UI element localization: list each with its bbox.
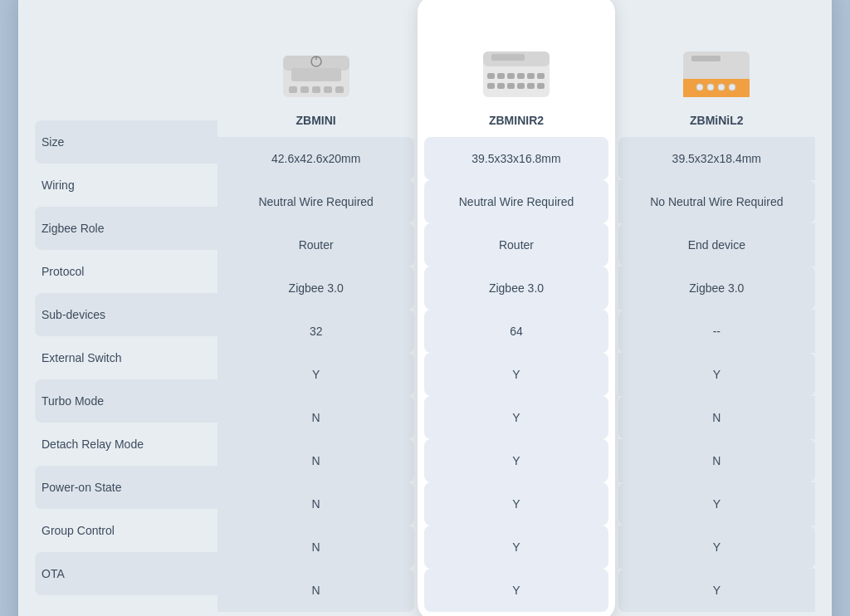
labels-column: SizeWiringZigbee RoleProtocolSub-devices… — [35, 4, 217, 612]
svg-rect-6 — [335, 86, 344, 93]
zbminir2-image — [479, 41, 554, 107]
svg-rect-9 — [291, 68, 341, 81]
svg-rect-2 — [289, 86, 297, 93]
svg-point-38 — [718, 84, 725, 90]
svg-point-36 — [696, 84, 703, 90]
svg-rect-5 — [324, 86, 332, 93]
zbminil2-zigbee_role: End device — [618, 223, 815, 266]
zbmini-ota: N — [217, 569, 414, 612]
zbminil2-wiring: No Neutral Wire Required — [618, 180, 815, 223]
svg-rect-23 — [527, 83, 535, 89]
svg-rect-14 — [497, 73, 505, 79]
zbminil2-size: 39.5x32x18.4mm — [618, 137, 815, 180]
product-header-zbminir2: ZBMINIR2 — [418, 4, 614, 137]
svg-rect-19 — [487, 83, 495, 89]
svg-rect-22 — [517, 83, 525, 89]
svg-rect-4 — [312, 86, 320, 93]
zbmini-name: ZBMINI — [296, 114, 336, 127]
label-external-switch: External Switch — [35, 336, 217, 379]
svg-rect-15 — [507, 73, 515, 79]
zbminir2-protocol: Zigbee 3.0 — [424, 266, 608, 310]
zbminil2-turbo_mode: N — [618, 396, 815, 439]
zbminil2-external_switch: Y — [618, 353, 815, 396]
zbmini-image — [279, 41, 354, 107]
comparison-card: SizeWiringZigbee RoleProtocolSub-devices… — [18, 0, 832, 616]
svg-rect-33 — [683, 89, 750, 97]
svg-rect-18 — [537, 73, 545, 79]
zbminir2-size: 39.5x33x16.8mm — [424, 137, 608, 180]
zbminil2-power_on_state: Y — [618, 482, 815, 526]
svg-rect-21 — [507, 83, 515, 89]
svg-rect-12 — [491, 54, 525, 61]
zbminil2-protocol: Zigbee 3.0 — [618, 266, 815, 310]
label-detach-relay-mode: Detach Relay Mode — [35, 423, 217, 466]
svg-rect-3 — [300, 86, 309, 93]
zbmini-external_switch: Y — [217, 353, 414, 396]
zbminir2-detach_relay: Y — [424, 439, 608, 482]
svg-rect-35 — [691, 56, 721, 61]
product-header-zbmini: ZBMINI — [217, 4, 414, 137]
label-zigbee-role: Zigbee Role — [35, 207, 217, 250]
zbminil2-ota: Y — [618, 569, 815, 612]
svg-rect-24 — [537, 83, 545, 89]
svg-rect-20 — [497, 83, 505, 89]
zbminil2-image — [679, 41, 754, 107]
svg-point-39 — [729, 84, 735, 90]
svg-point-37 — [707, 84, 714, 90]
label-group-control: Group Control — [35, 509, 217, 552]
zbmini-sub_devices: 32 — [217, 310, 414, 353]
label-sub-devices: Sub-devices — [35, 293, 217, 336]
zbminil2-sub_devices: -- — [618, 310, 815, 353]
zbmini-size: 42.6x42.6x20mm — [217, 137, 414, 180]
product-col-zbmini: ZBMINI42.6x42.6x20mmNeutral Wire Require… — [217, 4, 414, 612]
product-col-zbminir2: ZBMINIR239.5x33x16.8mmNeutral Wire Requi… — [418, 0, 614, 616]
zbminir2-zigbee_role: Router — [424, 223, 608, 266]
zbminir2-group_control: Y — [424, 526, 608, 569]
zbmini-protocol: Zigbee 3.0 — [217, 266, 414, 310]
label-protocol: Protocol — [35, 250, 217, 293]
label-size: Size — [35, 120, 217, 164]
svg-rect-34 — [683, 79, 750, 89]
zbminir2-external_switch: Y — [424, 353, 608, 396]
label-wiring: Wiring — [35, 164, 217, 207]
label-turbo-mode: Turbo Mode — [35, 379, 217, 423]
zbmini-zigbee_role: Router — [217, 223, 414, 266]
zbminir2-sub_devices: 64 — [424, 310, 608, 353]
zbmini-group_control: N — [217, 526, 414, 569]
zbminir2-ota: Y — [424, 569, 608, 612]
zbminir2-wiring: Neutral Wire Required — [424, 180, 608, 223]
zbminil2-name: ZBMiNiL2 — [690, 114, 744, 127]
zbmini-detach_relay: N — [217, 439, 414, 482]
svg-rect-16 — [517, 73, 525, 79]
label-ota: OTA — [35, 552, 217, 595]
zbmini-turbo_mode: N — [217, 396, 414, 439]
svg-rect-17 — [527, 73, 535, 79]
product-col-zbminil2: ZBMiNiL239.5x32x18.4mmNo Neutral Wire Re… — [618, 4, 815, 612]
zbminir2-turbo_mode: Y — [424, 396, 608, 439]
zbminir2-power_on_state: Y — [424, 482, 608, 526]
zbminil2-group_control: Y — [618, 526, 815, 569]
zbminir2-name: ZBMINIR2 — [489, 114, 544, 127]
product-header-zbminil2: ZBMiNiL2 — [618, 4, 815, 137]
zbminil2-detach_relay: N — [618, 439, 815, 482]
zbmini-wiring: Neutral Wire Required — [217, 180, 414, 223]
zbmini-power_on_state: N — [217, 482, 414, 526]
label-power-on-state: Power-on State — [35, 466, 217, 509]
svg-rect-13 — [487, 73, 495, 79]
